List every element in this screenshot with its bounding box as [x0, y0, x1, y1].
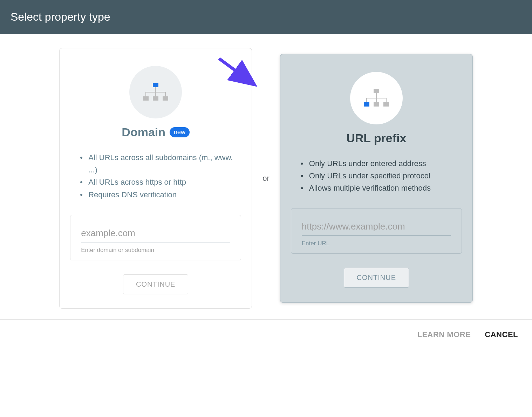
urlprefix-input-box: Enter URL — [291, 208, 462, 254]
urlprefix-card[interactable]: URL prefix Only URLs under entered addre… — [280, 54, 473, 303]
svg-rect-7 — [153, 96, 158, 101]
domain-input[interactable] — [81, 226, 230, 242]
cancel-button[interactable]: CANCEL — [485, 330, 518, 339]
domain-feature-item: All URLs across https or http — [77, 176, 241, 188]
svg-rect-8 — [163, 96, 168, 101]
urlprefix-input-hint: Enter URL — [302, 240, 451, 247]
content-area: Domain new All URLs across all subdomain… — [0, 34, 532, 319]
urlprefix-input[interactable] — [302, 219, 451, 236]
svg-rect-15 — [364, 102, 369, 107]
svg-rect-6 — [143, 96, 149, 101]
urlprefix-icon-circle — [350, 72, 403, 124]
dialog-title: Select property type — [11, 11, 110, 23]
domain-icon-circle — [129, 66, 182, 118]
urlprefix-title-text: URL prefix — [346, 131, 406, 145]
dialog-header: Select property type — [0, 0, 532, 34]
domain-feature-item: All URLs across all subdomains (m., www.… — [77, 151, 241, 176]
domain-input-box: Enter domain or subdomain — [70, 215, 241, 260]
svg-rect-9 — [374, 89, 379, 93]
svg-rect-0 — [153, 83, 158, 87]
urlprefix-feature-item: Allows multiple verification methods — [298, 182, 462, 194]
svg-rect-16 — [374, 102, 379, 107]
urlprefix-feature-item: Only URLs under specified protocol — [298, 170, 462, 182]
domain-card-title: Domain new — [122, 125, 190, 139]
domain-feature-list: All URLs across all subdomains (m., www.… — [70, 151, 241, 201]
urlprefix-feature-list: Only URLs under entered address Only URL… — [291, 157, 462, 194]
urlprefix-card-title: URL prefix — [346, 131, 406, 145]
dialog-footer: LEARN MORE CANCEL — [0, 319, 532, 350]
domain-feature-item: Requires DNS verification — [77, 189, 241, 201]
svg-rect-17 — [383, 102, 389, 107]
domain-title-text: Domain — [122, 125, 165, 139]
domain-input-hint: Enter domain or subdomain — [81, 247, 230, 254]
domain-continue-button[interactable]: CONTINUE — [123, 274, 188, 294]
learn-more-button[interactable]: LEARN MORE — [417, 330, 471, 339]
urlprefix-feature-item: Only URLs under entered address — [298, 157, 462, 170]
sitemap-icon — [362, 88, 390, 109]
domain-card[interactable]: Domain new All URLs across all subdomain… — [59, 48, 252, 309]
urlprefix-continue-button[interactable]: CONTINUE — [344, 268, 409, 288]
or-separator: or — [262, 174, 270, 183]
new-badge: new — [170, 127, 190, 137]
sitemap-icon — [142, 82, 170, 103]
